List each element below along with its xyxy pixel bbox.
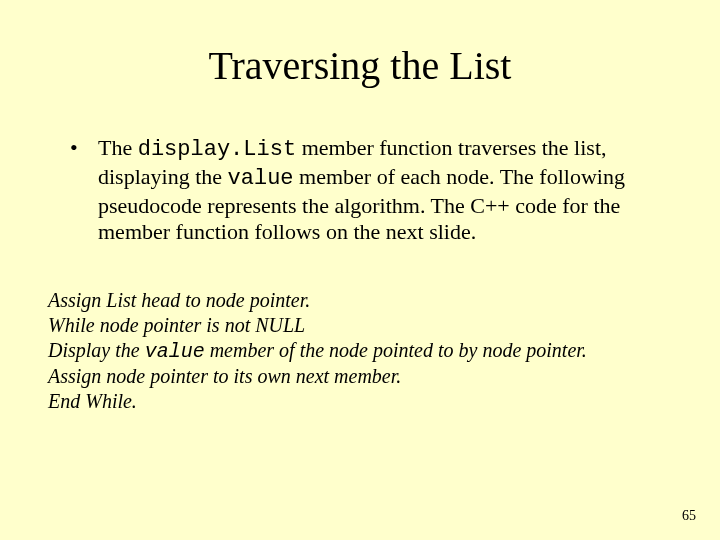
- pseudo-line: Assign List head to node pointer.: [48, 288, 672, 313]
- text-fragment: The: [98, 135, 138, 160]
- slide-title: Traversing the List: [0, 42, 720, 89]
- bullet-text: The display.List member function travers…: [98, 135, 660, 246]
- slide: Traversing the List • The display.List m…: [0, 0, 720, 540]
- code-fragment: value: [145, 340, 205, 363]
- text-fragment: Display the: [48, 339, 145, 361]
- text-fragment: member of the node pointed to by node po…: [205, 339, 587, 361]
- code-fragment: display.List: [138, 137, 296, 162]
- pseudo-line: Display the value member of the node poi…: [48, 338, 672, 364]
- bullet-item: • The display.List member function trave…: [70, 135, 660, 246]
- page-number: 65: [682, 508, 696, 524]
- pseudocode-block: Assign List head to node pointer. While …: [48, 288, 672, 414]
- pseudo-line: Assign node pointer to its own next memb…: [48, 364, 672, 389]
- bullet-marker: •: [70, 135, 98, 162]
- slide-body: • The display.List member function trave…: [70, 135, 660, 246]
- code-fragment: value: [228, 166, 294, 191]
- pseudo-line: End While.: [48, 389, 672, 414]
- pseudo-line: While node pointer is not NULL: [48, 313, 672, 338]
